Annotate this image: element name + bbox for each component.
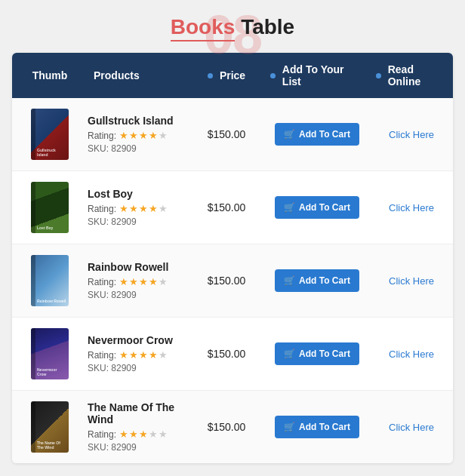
star-1: ★ xyxy=(119,428,128,440)
col-add: 🛒 Add To Cart xyxy=(264,123,370,146)
rating-label: Rating: xyxy=(88,350,116,361)
table-row: The Name Of The Wind The Name Of The Win… xyxy=(12,391,453,463)
logo-table: Table xyxy=(235,15,294,38)
read-online-link[interactable]: Click Here xyxy=(389,202,434,213)
product-sku: SKU: 82909 xyxy=(88,363,183,373)
product-name: Gullstruck Island xyxy=(88,115,183,127)
col-read: Click Here xyxy=(370,127,453,141)
star-3: ★ xyxy=(139,276,148,287)
add-to-cart-button[interactable]: 🛒 Add To Cart xyxy=(275,269,359,292)
book-title-overlay: The Name Of The Wind xyxy=(37,441,67,450)
col-products: Rainbow Rowell Rating: ★★★★★ SKU: 82909 xyxy=(88,261,189,300)
cart-icon: 🛒 xyxy=(284,129,295,140)
stars: ★★★★★ xyxy=(119,130,168,141)
logo-area: 08 Books Table xyxy=(12,15,453,39)
col-thumb: Nevermoor Crow xyxy=(12,328,88,379)
book-title-overlay: Gullstruck Island xyxy=(37,148,67,157)
star-2: ★ xyxy=(129,276,138,287)
table-body: Gullstruck Island Gullstruck Island Rati… xyxy=(12,98,453,463)
read-online-link[interactable]: Click Here xyxy=(389,422,434,433)
col-products: Gullstruck Island Rating: ★★★★★ SKU: 829… xyxy=(88,115,189,154)
product-rating: Rating: ★★★★★ xyxy=(88,428,183,440)
book-cover: Gullstruck Island xyxy=(31,109,69,160)
col-read: Click Here xyxy=(370,201,453,214)
col-add: 🛒 Add To Cart xyxy=(264,196,370,219)
rating-label: Rating: xyxy=(88,131,116,141)
page-wrapper: 08 Books Table Thumb Products Price Add … xyxy=(0,0,465,476)
book-title-overlay: Rainbow Rowell xyxy=(37,299,67,303)
star-5: ★ xyxy=(159,276,168,287)
col-header-read: Read Online xyxy=(370,53,453,98)
product-rating: Rating: ★★★★★ xyxy=(88,130,183,141)
read-online-link[interactable]: Click Here xyxy=(389,129,434,140)
product-name: Rainbow Rowell xyxy=(88,261,183,273)
col-price: $150.00 xyxy=(189,128,264,140)
add-to-cart-button[interactable]: 🛒 Add To Cart xyxy=(275,416,359,438)
rating-label: Rating: xyxy=(88,204,116,214)
table-row: Gullstruck Island Gullstruck Island Rati… xyxy=(12,98,453,171)
book-spine xyxy=(31,328,35,379)
star-2: ★ xyxy=(129,130,138,141)
add-dot xyxy=(270,73,276,78)
book-cover: Rainbow Rowell xyxy=(31,255,69,306)
col-read: Click Here xyxy=(370,274,453,287)
star-1: ★ xyxy=(119,276,128,287)
star-4: ★ xyxy=(149,349,158,361)
book-title-overlay: Lost Boy xyxy=(37,226,67,230)
book-spine xyxy=(31,255,35,306)
col-price: $150.00 xyxy=(189,348,264,360)
col-price: $150.00 xyxy=(189,201,264,213)
read-dot xyxy=(376,73,381,78)
book-cover: Nevermoor Crow xyxy=(31,328,69,379)
add-to-cart-button[interactable]: 🛒 Add To Cart xyxy=(275,196,359,219)
book-cover: The Name Of The Wind xyxy=(31,401,69,453)
col-add: 🛒 Add To Cart xyxy=(264,416,370,438)
col-thumb: The Name Of The Wind xyxy=(12,401,88,453)
product-sku: SKU: 82909 xyxy=(88,217,183,227)
col-price: $150.00 xyxy=(189,421,264,433)
book-spine xyxy=(31,182,35,233)
col-thumb: Lost Boy xyxy=(12,182,88,233)
table-container: Thumb Products Price Add To Your List Re… xyxy=(12,53,453,463)
product-sku: SKU: 82909 xyxy=(88,143,183,154)
add-to-cart-button[interactable]: 🛒 Add To Cart xyxy=(275,123,359,146)
star-1: ★ xyxy=(119,130,128,141)
product-sku: SKU: 82909 xyxy=(88,290,183,300)
star-3: ★ xyxy=(139,203,148,214)
star-2: ★ xyxy=(129,349,138,361)
col-products: Lost Boy Rating: ★★★★★ SKU: 82909 xyxy=(88,188,189,227)
star-4: ★ xyxy=(149,130,158,141)
stars: ★★★★★ xyxy=(119,428,168,440)
product-rating: Rating: ★★★★★ xyxy=(88,349,183,361)
stars: ★★★★★ xyxy=(119,203,168,214)
product-rating: Rating: ★★★★★ xyxy=(88,203,183,214)
price-dot xyxy=(208,73,213,78)
star-4: ★ xyxy=(149,203,158,214)
star-1: ★ xyxy=(119,349,128,361)
star-5: ★ xyxy=(159,428,168,440)
product-rating: Rating: ★★★★★ xyxy=(88,276,183,287)
read-online-link[interactable]: Click Here xyxy=(389,275,434,287)
book-spine xyxy=(31,109,35,160)
stars: ★★★★★ xyxy=(119,276,168,287)
product-sku: SKU: 82909 xyxy=(88,442,183,453)
col-read: Click Here xyxy=(370,420,453,434)
star-3: ★ xyxy=(139,349,148,361)
star-2: ★ xyxy=(129,428,138,440)
table-row: Lost Boy Lost Boy Rating: ★★★★★ SKU: 829… xyxy=(12,171,453,244)
col-header-add: Add To Your List xyxy=(264,53,370,98)
stars: ★★★★★ xyxy=(119,349,168,361)
col-thumb: Rainbow Rowell xyxy=(12,255,88,306)
star-5: ★ xyxy=(159,203,168,214)
book-spine xyxy=(31,401,35,453)
read-online-link[interactable]: Click Here xyxy=(389,349,434,360)
star-5: ★ xyxy=(159,130,168,141)
star-2: ★ xyxy=(129,203,138,214)
logo-text: Books Table xyxy=(171,15,294,39)
col-price: $150.00 xyxy=(189,275,264,287)
col-add: 🛒 Add To Cart xyxy=(264,342,370,365)
star-5: ★ xyxy=(159,349,168,361)
add-to-cart-button[interactable]: 🛒 Add To Cart xyxy=(275,342,359,365)
book-cover: Lost Boy xyxy=(31,182,69,233)
cart-icon: 🛒 xyxy=(284,349,295,359)
